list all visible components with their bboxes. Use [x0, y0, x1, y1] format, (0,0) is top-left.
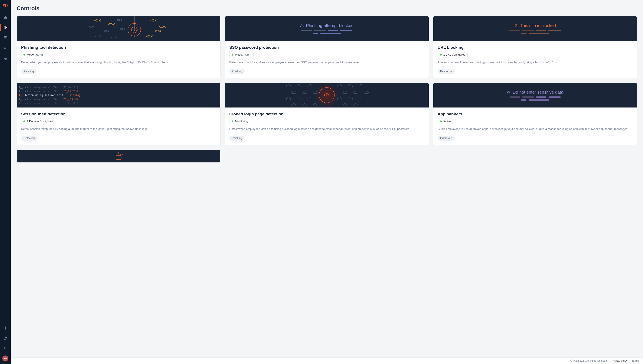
svg-point-4 — [5, 27, 6, 28]
card-tag: Phishing — [229, 136, 245, 141]
svg-point-30 — [156, 31, 157, 31]
status-text: 1 URL Configured — [443, 53, 466, 56]
card-hero-illustration: Do not enter sensitive data — [433, 83, 637, 108]
logo — [2, 2, 8, 8]
status-value: Warn — [36, 53, 43, 56]
status-pill: 1 Domain Configured — [21, 118, 55, 124]
status-pill: Monitoring — [229, 118, 250, 124]
card-description: Prevent your employees from visiting kno… — [438, 60, 632, 64]
card-tag: Detection — [21, 136, 38, 141]
card-hero-illustration: Action using session 1c50 [PS_1a02d91] A… — [17, 83, 220, 108]
warning-triangle-icon — [300, 24, 304, 28]
card-tag: Guardrails — [438, 136, 455, 141]
card-hero-illustration: Phishing attempt blocked — [225, 16, 428, 41]
megaphone-icon — [507, 90, 510, 94]
card-tag: Response — [438, 69, 455, 74]
status-prefix: Mode: — [235, 53, 243, 56]
svg-line-41 — [114, 154, 115, 155]
svg-line-11 — [6, 48, 7, 49]
status-dot-icon — [24, 120, 25, 122]
card-title: Phishing tool detection — [21, 45, 216, 50]
status-pill: Mode: Warn — [229, 52, 253, 57]
card-app-banners[interactable]: Do not enter sensitive data App banners — [433, 82, 637, 145]
card-description: Detect, warn, or block when your employe… — [229, 60, 424, 64]
status-dot-icon — [232, 54, 233, 56]
footer-privacy-link[interactable]: Privacy policy — [612, 359, 627, 362]
card-sso-password-protection[interactable]: Phishing attempt blocked SSO password p — [225, 16, 429, 78]
hand-stop-icon — [514, 24, 518, 28]
card-title: URL blocking — [438, 45, 632, 50]
svg-line-42 — [122, 154, 123, 155]
sidebar: KD — [0, 0, 11, 364]
svg-point-27 — [109, 24, 110, 24]
status-text: Monitoring — [235, 120, 248, 123]
card-tag: Phishing — [21, 69, 37, 74]
card-description: Guide employees to use approved apps, ac… — [438, 127, 632, 131]
card-hero-illustration — [225, 83, 428, 108]
svg-rect-14 — [4, 57, 7, 59]
card-url-blocking[interactable]: This site is blocked URL blocking — [433, 16, 637, 78]
card-phishing-tool-detection[interactable]: Phishing tool detection Mode: Warn Detec… — [17, 16, 220, 78]
controls-grid: Phishing tool detection Mode: Warn Detec… — [17, 16, 637, 163]
nav-help[interactable] — [1, 333, 10, 343]
svg-point-26 — [95, 20, 96, 20]
hero-text: Phishing attempt blocked — [306, 23, 354, 28]
status-text: Active — [443, 120, 451, 123]
status-dot-icon — [440, 120, 442, 122]
nav-notifications[interactable] — [1, 344, 10, 353]
status-pill: Mode: Warn — [21, 52, 45, 57]
hero-text: This site is blocked — [520, 23, 556, 28]
card-title: Session theft detection — [21, 112, 216, 116]
footer-copyright: © Push 2024. All rights reserved. — [570, 359, 608, 362]
hero-text: Do not enter sensitive data — [513, 90, 563, 95]
card-title: Cloned login page detection — [229, 112, 424, 116]
card-hero-illustration — [17, 150, 220, 162]
svg-point-29 — [148, 36, 148, 36]
status-pill: Active — [438, 118, 453, 124]
status-text: 1 Domain Configured — [27, 120, 53, 123]
status-dot-icon — [232, 120, 233, 122]
footer: © Push 2024. All rights reserved. Privac… — [11, 358, 643, 364]
page-title: Controls — [17, 5, 637, 12]
svg-point-16 — [5, 328, 6, 329]
nav-chat[interactable] — [1, 53, 10, 63]
nav-dashboard[interactable] — [1, 12, 10, 22]
card-hero-illustration: This site is blocked — [433, 16, 637, 41]
card-tag: Phishing — [229, 69, 245, 74]
svg-point-32 — [302, 26, 302, 26]
card-description: Detect when employees visit a site using… — [229, 127, 424, 131]
nav-controls[interactable] — [1, 22, 10, 32]
card-partial[interactable] — [17, 150, 220, 163]
card-cloned-login-page-detection[interactable]: Cloned login page detection Monitoring D… — [225, 82, 429, 145]
svg-rect-0 — [4, 17, 5, 19]
status-dot-icon — [440, 54, 442, 56]
card-title: App banners — [438, 112, 632, 116]
svg-rect-1 — [5, 16, 6, 19]
status-dot-icon — [24, 54, 25, 56]
svg-point-3 — [4, 26, 7, 29]
card-description: Detect session token theft by adding a u… — [21, 127, 216, 131]
nav-activity[interactable] — [1, 33, 10, 42]
avatar[interactable]: KD — [2, 356, 8, 362]
svg-rect-40 — [116, 156, 121, 160]
status-pill: 1 URL Configured — [438, 52, 468, 57]
status-value: Warn — [244, 53, 251, 56]
card-session-theft-detection[interactable]: Action using session 1c50 [PS_1a02d91] A… — [17, 82, 220, 145]
nav-search[interactable] — [1, 43, 10, 53]
card-title: SSO password protection — [229, 45, 424, 50]
footer-terms-link[interactable]: Terms — [632, 359, 639, 362]
card-hero-illustration — [17, 16, 220, 41]
svg-rect-2 — [6, 18, 7, 18]
svg-point-28 — [152, 20, 152, 20]
nav-settings[interactable] — [1, 323, 10, 333]
status-prefix: Mode: — [27, 53, 35, 56]
card-description: Detect when your employees visit malicio… — [21, 60, 216, 64]
